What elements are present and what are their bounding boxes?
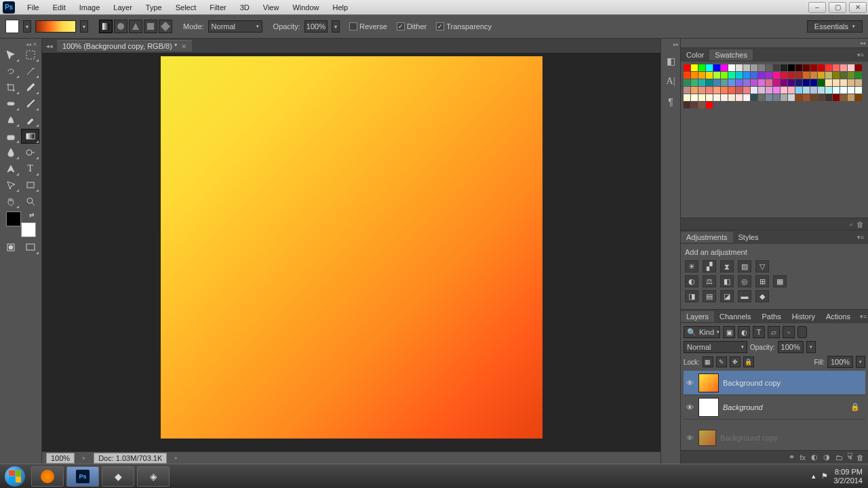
swatch[interactable] [810,72,817,79]
reflected-gradient-button[interactable] [144,20,157,33]
blend-mode-select[interactable]: Normal▾ [208,20,262,33]
swatch[interactable] [684,64,690,71]
swatch[interactable] [736,64,743,71]
linear-gradient-button[interactable] [99,20,113,33]
swatch[interactable] [773,64,780,71]
filter-type-icon[interactable]: T [753,326,765,338]
swatch[interactable] [848,87,854,94]
swatch[interactable] [751,79,757,86]
swatch[interactable] [736,87,743,94]
workspace-switcher[interactable]: Essentials▾ [807,20,863,33]
swatch[interactable] [773,72,780,79]
document-tab[interactable]: 100% (Background copy, RGB/8) * ✕ [57,40,192,52]
swatch[interactable] [713,87,720,94]
taskbar-app-3[interactable]: ◆ [102,466,134,487]
healing-brush-tool[interactable] [1,96,20,111]
swatch[interactable] [781,87,787,94]
swatch[interactable] [743,79,750,86]
swatch[interactable] [698,87,705,94]
tab-adjustments[interactable]: Adjustments [681,232,733,243]
diamond-gradient-button[interactable] [159,20,172,33]
swatch[interactable] [810,94,817,101]
swatch[interactable] [758,87,765,94]
swatch[interactable] [833,94,840,101]
reverse-checkbox[interactable]: Reverse [349,22,387,30]
swatch[interactable] [818,94,825,101]
swatch[interactable] [848,72,854,79]
swatch[interactable] [833,72,840,79]
group-icon[interactable]: 🗀 [835,453,843,462]
swatch[interactable] [766,72,772,79]
swatch[interactable] [728,79,735,86]
swatch[interactable] [833,64,840,71]
swatch[interactable] [698,64,705,71]
swatch[interactable] [743,87,750,94]
hand-tool[interactable] [1,194,20,209]
transparency-checkbox[interactable]: ✓Transparency [436,22,492,30]
swatch[interactable] [721,79,728,86]
posterize-icon[interactable]: ▤ [703,290,716,302]
delete-layer-icon[interactable]: 🗑 [856,453,864,462]
lock-transparency-icon[interactable]: ▦ [703,357,713,367]
swatch[interactable] [698,72,705,79]
levels-icon[interactable]: ▞ [703,260,716,272]
swatch[interactable] [751,94,757,101]
swatch[interactable] [684,102,690,108]
layer-thumbnail[interactable] [698,398,719,417]
swatch[interactable] [840,72,847,79]
taskbar-firefox[interactable] [31,466,64,487]
swatch[interactable] [773,87,780,94]
dodge-tool[interactable] [21,145,39,160]
swatch[interactable] [781,72,787,79]
adjustment-layer-icon[interactable]: ◑ [823,453,830,462]
lock-all-icon[interactable]: 🔒 [743,357,754,367]
start-button[interactable] [0,464,30,489]
tab-layers[interactable]: Layers [681,311,714,322]
swatch[interactable] [848,94,854,101]
swatch[interactable] [818,87,825,94]
tab-channels[interactable]: Channels [714,311,756,322]
delete-swatch-icon[interactable]: 🗑 [856,220,864,228]
layer-row[interactable]: 👁 Background copy [684,371,865,395]
tab-actions[interactable]: Actions [821,311,856,322]
swatch[interactable] [751,64,757,71]
brightness-contrast-icon[interactable]: ☀ [685,260,698,272]
tool-preset-picker[interactable] [5,20,19,33]
swatch[interactable] [743,94,750,101]
menu-image[interactable]: Image [73,3,107,12]
swatch[interactable] [698,79,705,86]
filter-smart-icon[interactable]: ▫ [783,326,795,338]
color-picker[interactable]: ⇄ [6,211,36,237]
swatch[interactable] [818,79,825,86]
color-lookup-icon[interactable]: ▦ [773,275,787,287]
layer-blend-mode-select[interactable]: Normal▾ [684,341,747,353]
menu-window[interactable]: Window [285,3,326,12]
menu-layer[interactable]: Layer [106,3,139,12]
swatch[interactable] [833,79,840,86]
tab-color[interactable]: Color [681,49,709,60]
swatch[interactable] [698,102,705,108]
close-button[interactable]: ✕ [849,2,867,13]
swatch[interactable] [721,64,728,71]
swatch[interactable] [795,87,802,94]
collapse-icon[interactable]: ◂◂ [46,43,53,49]
marquee-tool[interactable] [21,47,39,62]
swatch[interactable] [706,87,713,94]
swatch[interactable] [736,94,743,101]
visibility-icon[interactable]: 👁 [685,403,694,412]
layer-opacity-dropdown[interactable]: ▾ [806,341,816,353]
swatch[interactable] [736,79,743,86]
swatch[interactable] [788,87,795,94]
swatch[interactable] [728,87,735,94]
swatch[interactable] [795,94,802,101]
swatch[interactable] [810,64,817,71]
curves-icon[interactable]: ⧗ [720,260,734,272]
swatch[interactable] [713,72,720,79]
tab-history[interactable]: History [787,311,821,322]
system-tray[interactable]: ▴ ⚑ 8:09 PM 3/2/2014 [812,468,868,484]
swatch[interactable] [855,79,862,86]
tab-styles[interactable]: Styles [733,232,764,243]
filter-pixel-icon[interactable]: ▣ [723,326,735,338]
menu-filter[interactable]: Filter [203,3,233,12]
swatch[interactable] [773,94,780,101]
